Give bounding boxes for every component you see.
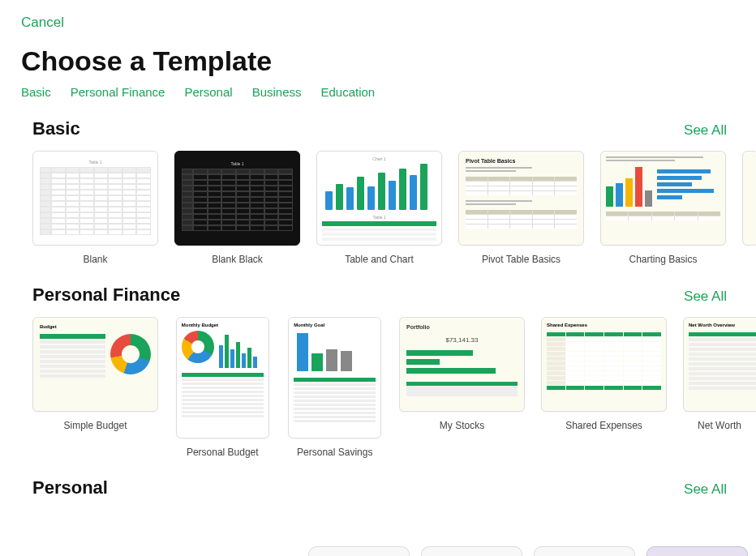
section-title-basic: Basic <box>32 118 80 139</box>
donut-chart-icon <box>110 334 151 374</box>
thumb-personal-budget: Monthly Budget <box>176 317 269 438</box>
template-label: Blank <box>83 254 107 265</box>
tab-basic[interactable]: Basic <box>21 85 51 99</box>
template-label: Charting Basics <box>629 254 697 265</box>
thumb-my-stocks: Portfolio $73,141.33 <box>399 317 525 412</box>
thumb-blank: Table 1 <box>32 151 158 246</box>
thumb-title: Net Worth Overview <box>689 323 756 327</box>
template-shared-expenses[interactable]: Shared Expenses Shared Expenses <box>541 317 667 458</box>
section-title-personal: Personal <box>32 477 108 498</box>
thumb-personal-savings: Monthly Goal <box>288 317 381 438</box>
template-label: Pivot Table Basics <box>482 254 561 265</box>
thumb-subtitle: Table 1 <box>322 215 436 220</box>
see-all-basic[interactable]: See All <box>684 122 735 139</box>
template-label: Personal Budget <box>187 447 259 458</box>
template-my-stocks[interactable]: Portfolio $73,141.33 My Stocks <box>399 317 525 458</box>
template-pivot-table-basics[interactable]: Pivot Table Basics Pivot Table Basics <box>458 151 584 265</box>
thumb-title: Monthly Goal <box>294 323 376 327</box>
thumb-amount: $73,141.33 <box>406 336 518 344</box>
thumb-shared-expenses: Shared Expenses <box>541 317 667 412</box>
thumb-title: Shared Expenses <box>547 323 661 327</box>
template-label: Simple Budget <box>63 420 127 431</box>
row-personal-finance: Budget Simple Budget Monthly Budget <box>0 317 756 473</box>
template-peek-basic[interactable] <box>742 151 756 246</box>
tab-personal[interactable]: Personal <box>184 85 232 99</box>
thumb-blank-black: Table 1 <box>174 151 300 246</box>
tab-business[interactable]: Business <box>252 85 302 99</box>
thumb-table-chart: Chart 1 Table 1 <box>316 151 442 246</box>
template-blank-black[interactable]: Table 1 Blank Black <box>174 151 300 265</box>
template-simple-budget[interactable]: Budget Simple Budget <box>32 317 158 458</box>
template-label: Shared Expenses <box>565 420 642 431</box>
category-tabs: Basic Personal Finance Personal Business… <box>0 85 756 113</box>
thumb-title: Monthly Budget <box>182 323 264 327</box>
thumb-title: Table 1 <box>40 160 151 165</box>
page-title: Choose a Template <box>0 31 756 85</box>
see-all-personal[interactable]: See All <box>684 481 735 498</box>
thumb-title: Budget <box>40 324 151 329</box>
donut-chart-icon <box>182 331 214 363</box>
thumb-pivot: Pivot Table Basics <box>458 151 584 246</box>
template-label: Net Worth <box>698 420 741 431</box>
template-personal-budget[interactable]: Monthly Budget Personal Budget <box>174 317 271 458</box>
thumb-simple-budget: Budget <box>32 317 158 412</box>
tab-education[interactable]: Education <box>321 85 376 99</box>
bottom-toolbar-peek <box>308 546 748 556</box>
thumb-title: Portfolio <box>406 324 518 330</box>
template-label: Table and Chart <box>345 254 414 265</box>
cancel-button[interactable]: Cancel <box>21 15 64 30</box>
template-charting-basics[interactable]: Charting Basics <box>600 151 726 265</box>
template-label: My Stocks <box>440 420 484 431</box>
template-label: Personal Savings <box>297 447 372 458</box>
see-all-personal-finance[interactable]: See All <box>684 289 735 305</box>
thumb-title: Chart 1 <box>322 156 436 161</box>
tab-personal-finance[interactable]: Personal Finance <box>71 85 165 99</box>
row-basic: Table 1 Blank Table 1 <box>0 151 756 280</box>
thumb-title: Pivot Table Basics <box>466 158 577 164</box>
template-table-and-chart[interactable]: Chart 1 Table 1 Table and Chart <box>316 151 442 265</box>
section-title-personal-finance: Personal Finance <box>32 284 180 306</box>
thumb-title: Table 1 <box>182 161 293 166</box>
template-net-worth[interactable]: Net Worth Overview Net Worth <box>683 317 756 458</box>
template-blank[interactable]: Table 1 Blank <box>32 151 158 265</box>
template-label: Blank Black <box>212 254 263 265</box>
template-personal-savings[interactable]: Monthly Goal Personal Savings <box>287 317 384 458</box>
thumb-net-worth: Net Worth Overview <box>683 317 756 412</box>
thumb-charting <box>600 151 726 246</box>
